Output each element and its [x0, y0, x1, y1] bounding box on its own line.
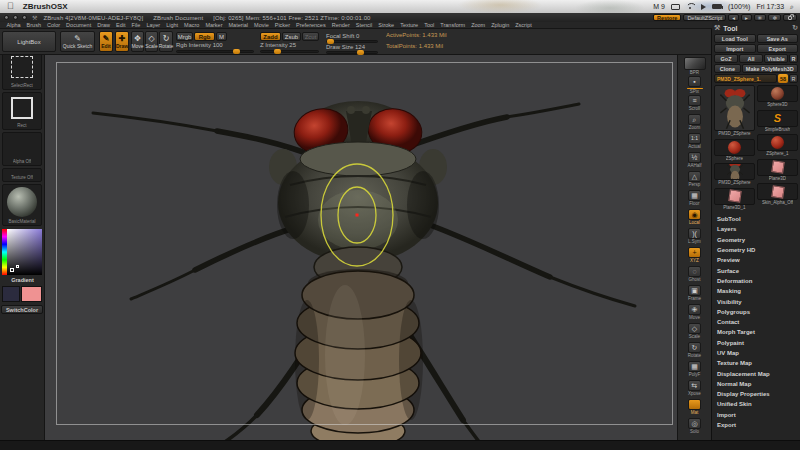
local-toggle[interactable]: ◉Local: [680, 209, 710, 228]
section-subtool[interactable]: SubTool: [714, 214, 798, 224]
plane-pink-thumbnail[interactable]: [714, 188, 755, 205]
spotlight-search-icon[interactable]: ⌕: [790, 3, 794, 11]
scale-toggle[interactable]: ◇Scale: [680, 323, 710, 342]
section-morph-target[interactable]: Morph Target: [714, 327, 798, 337]
menu-picker[interactable]: Picker: [272, 22, 292, 28]
make-polymesh3d-button[interactable]: Make PolyMesh3D: [742, 64, 798, 73]
section-polypaint[interactable]: Polypaint: [714, 338, 798, 348]
window-zoom-button[interactable]: [22, 15, 27, 20]
save-as-button[interactable]: Save As: [757, 34, 799, 43]
section-export[interactable]: Export: [714, 420, 798, 430]
tool-rename-button[interactable]: R: [789, 74, 798, 83]
document-canvas[interactable]: [45, 55, 677, 440]
draw-button[interactable]: ✚ Draw: [115, 31, 129, 52]
section-deformation[interactable]: Deformation: [714, 276, 798, 286]
m-button[interactable]: M: [216, 32, 227, 41]
menu-macro[interactable]: Macro: [182, 22, 202, 28]
tool-item-zsphere_1[interactable]: ZSphere_1: [757, 134, 798, 158]
rgb-button[interactable]: Rgb: [194, 32, 215, 41]
zscript-prev-button[interactable]: ◂: [728, 14, 739, 21]
menu-transform[interactable]: Transform: [438, 22, 468, 28]
menu-alpha[interactable]: Alpha: [4, 22, 23, 28]
refresh-icon[interactable]: ↻: [792, 24, 798, 32]
floor-toggle[interactable]: ▦Floor: [680, 190, 710, 209]
current-brush-thumbnail[interactable]: SelectRect: [2, 50, 42, 90]
zsub-button[interactable]: Zsub: [282, 32, 301, 41]
menu-file[interactable]: File: [129, 22, 143, 28]
menu-movie[interactable]: Movie: [252, 22, 272, 28]
mrgb-button[interactable]: Mrgb: [176, 32, 193, 41]
menu-brush[interactable]: Brush: [24, 22, 43, 28]
menu-light[interactable]: Light: [164, 22, 181, 28]
frame-toggle[interactable]: ▣Frame: [680, 285, 710, 304]
tool-item-pm3d_zsphere[interactable]: PM3D_ZSphere: [714, 163, 755, 187]
tool-item-zsphere[interactable]: ZSphere: [714, 139, 755, 163]
scale-button[interactable]: ◇ Scale: [145, 31, 158, 52]
tool-item-sphere3d[interactable]: Sphere3D: [757, 85, 798, 109]
tool-item-pm3d_zsphere[interactable]: PM3D_ZSphere: [714, 85, 755, 138]
saturation-value-square[interactable]: [7, 229, 42, 275]
section-surface[interactable]: Surface: [714, 265, 798, 275]
tool-name-value[interactable]: 58: [778, 74, 788, 83]
menu-edit[interactable]: Edit: [114, 22, 128, 28]
tool-item-plane3d_1[interactable]: Plane3D_1: [714, 188, 755, 212]
wifi-icon[interactable]: [686, 3, 695, 10]
current-texture-thumbnail[interactable]: Texture Off: [2, 168, 42, 182]
xyz-toggle[interactable]: +XYZ: [680, 247, 710, 266]
tool-name-field[interactable]: PM3D_ZSphere_1.: [714, 74, 777, 83]
tool-item-plane3d[interactable]: Plane3D: [757, 159, 798, 183]
section-import[interactable]: Import: [714, 410, 798, 420]
section-uv-map[interactable]: UV Map: [714, 348, 798, 358]
section-visibility[interactable]: Visibility: [714, 296, 798, 306]
simple-brush-thumbnail[interactable]: S: [757, 110, 798, 127]
apple-menu-icon[interactable]: : [7, 0, 14, 13]
sphere-brown-thumbnail[interactable]: [757, 85, 798, 102]
menu-document[interactable]: Document: [64, 22, 94, 28]
move-button[interactable]: ✥ Move: [131, 31, 144, 52]
clone-button[interactable]: Clone: [714, 64, 741, 73]
volume-icon[interactable]: [701, 4, 706, 10]
draw-size-handle[interactable]: [357, 50, 364, 55]
menu-preferences[interactable]: Preferences: [294, 22, 329, 28]
section-preview[interactable]: Preview: [714, 255, 798, 265]
section-polygroups[interactable]: Polygroups: [714, 307, 798, 317]
persp-toggle[interactable]: △Persp: [680, 171, 710, 190]
lsym-toggle[interactable]: )(L.Sym: [680, 228, 710, 247]
sphere-red-thumbnail[interactable]: [757, 134, 798, 151]
section-display-properties[interactable]: Display Properties: [714, 389, 798, 399]
menubar-clock[interactable]: Fri 17:33: [756, 3, 784, 10]
lock-button[interactable]: [783, 14, 797, 21]
rotate-toggle[interactable]: ↻Rotate: [680, 342, 710, 361]
section-displacement-map[interactable]: Displacement Map: [714, 368, 798, 378]
goz-button[interactable]: GoZ: [714, 54, 738, 63]
current-stroke-thumbnail[interactable]: Rect: [2, 92, 42, 130]
display-icon[interactable]: [671, 4, 680, 10]
mat-toggle[interactable]: Mat: [680, 399, 710, 418]
zoom-toggle[interactable]: ⌕Zoom: [680, 114, 710, 133]
draw-size-slider[interactable]: [326, 51, 378, 54]
tool-item-skin_alpha_off[interactable]: Skin_Alpha_Off: [757, 183, 798, 207]
tool-item-simplebrush[interactable]: SSimpleBrush: [757, 110, 798, 134]
section-geometry-hd[interactable]: Geometry HD: [714, 245, 798, 255]
plane-pink-thumbnail[interactable]: [757, 183, 798, 200]
fly-small-thumbnail[interactable]: [714, 163, 755, 180]
tutorial-hand-icon[interactable]: ✳: [754, 14, 767, 21]
sphere-red-thumbnail[interactable]: [714, 139, 755, 156]
actual-toggle[interactable]: 1:1Actual: [680, 133, 710, 152]
quick-sketch-button[interactable]: ✎ Quick Sketch: [60, 31, 95, 52]
menu-color[interactable]: Color: [44, 22, 62, 28]
menu-zplugin[interactable]: Zplugin: [489, 22, 512, 28]
macos-app-name[interactable]: ZBrushOSX: [23, 2, 68, 11]
rgb-intensity-slider[interactable]: [176, 50, 254, 53]
menu-draw[interactable]: Draw: [95, 22, 113, 28]
polyf-toggle[interactable]: ▦PolyF: [680, 361, 710, 380]
move-toggle[interactable]: ✙Move: [680, 304, 710, 323]
z-intensity-handle[interactable]: [274, 49, 281, 54]
menu-zscript[interactable]: Zscript: [513, 22, 535, 28]
plane-pink-thumbnail[interactable]: [757, 159, 798, 176]
z-intensity-slider[interactable]: [260, 50, 319, 53]
menu-marker[interactable]: Marker: [203, 22, 225, 28]
xpose-toggle[interactable]: ⇆Xpose: [680, 380, 710, 399]
menu-stroke[interactable]: Stroke: [376, 22, 397, 28]
current-material-thumbnail[interactable]: BasicMaterial: [2, 184, 42, 226]
